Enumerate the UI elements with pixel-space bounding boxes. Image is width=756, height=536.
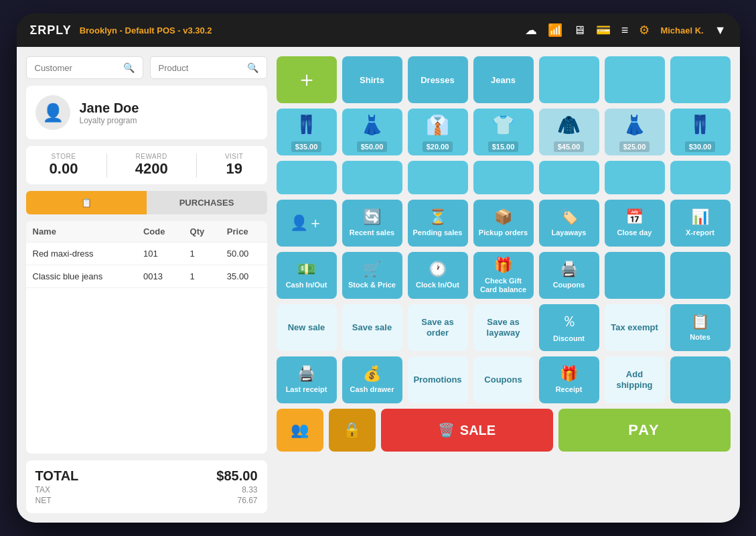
- category-empty-1[interactable]: [539, 56, 599, 103]
- discount-button[interactable]: ％ Discount: [539, 304, 599, 351]
- x-report-button[interactable]: 📊 X-report: [670, 200, 731, 247]
- cash-inout-button[interactable]: 💵 Cash In/Out: [277, 252, 337, 299]
- notes-button[interactable]: 📋 Notes: [670, 304, 731, 351]
- empty-slot-1[interactable]: [277, 161, 337, 194]
- product-dress-white[interactable]: 👗 $25.00: [605, 109, 665, 155]
- x-report-icon: 📊: [691, 208, 709, 226]
- add-shipping-button[interactable]: Add shipping: [605, 356, 665, 403]
- add-customer-icon: 👤＋: [290, 213, 323, 233]
- action-row4-empty[interactable]: [670, 356, 731, 403]
- new-sale-button[interactable]: New sale: [277, 304, 337, 351]
- action-empty-1[interactable]: [605, 252, 665, 299]
- add-customer-button[interactable]: 👤＋: [277, 200, 337, 247]
- recent-sales-button[interactable]: 🔄 Recent sales: [342, 200, 402, 247]
- save-sale-button[interactable]: Save sale: [342, 304, 402, 351]
- col-name: Name: [26, 221, 137, 243]
- category-empty-2[interactable]: [605, 56, 665, 103]
- tax-exempt-button[interactable]: Tax exempt: [605, 304, 665, 351]
- monitor-icon[interactable]: 🖥: [573, 23, 585, 38]
- customer-search-input[interactable]: [35, 63, 119, 73]
- product-img-tshirt-yellow: 👕: [489, 111, 518, 138]
- close-day-button[interactable]: 📅 Close day: [605, 200, 665, 247]
- table-row[interactable]: Classic blue jeans 0013 1 35.00: [26, 265, 267, 288]
- pickup-orders-icon: 📦: [494, 208, 512, 226]
- cash-drawer-button[interactable]: 💰 Cash drawer: [342, 356, 402, 403]
- product-search-box[interactable]: 🔍: [150, 56, 267, 79]
- sale-button[interactable]: 🗑️ SALE: [381, 409, 553, 452]
- visit-label: VISIT: [225, 153, 244, 160]
- settings-icon[interactable]: ⚙: [639, 23, 650, 38]
- product-price-jeans: $35.00: [291, 141, 322, 152]
- cloud-icon[interactable]: ☁: [525, 23, 537, 38]
- empty-slot-2[interactable]: [342, 161, 402, 194]
- card-icon[interactable]: 💳: [596, 23, 611, 38]
- row-price: 50.00: [220, 243, 267, 265]
- receipt-label: Receipt: [556, 385, 583, 394]
- product-img-dress-red: 👗: [358, 111, 387, 138]
- lock-button[interactable]: 🔒: [329, 409, 376, 452]
- row-code: 0013: [137, 265, 183, 288]
- save-layaway-button[interactable]: Save as layaway: [473, 304, 534, 351]
- tax-label: TAX: [35, 485, 50, 494]
- product-pants-black[interactable]: 👖 $30.00: [670, 109, 731, 155]
- product-jacket[interactable]: 🧥 $45.00: [539, 109, 599, 155]
- save-order-button[interactable]: Save as order: [408, 304, 468, 351]
- last-receipt-label: Last receipt: [286, 385, 327, 394]
- stock-price-button[interactable]: 🛒 Stock & Price: [342, 252, 402, 299]
- x-report-label: X-report: [686, 228, 714, 237]
- customer-search-box[interactable]: 🔍: [26, 56, 143, 79]
- product-dress-red[interactable]: 👗 $50.00: [342, 109, 402, 155]
- save-sale-label: Save sale: [352, 322, 392, 333]
- product-jeans[interactable]: 👖 $35.00: [277, 109, 337, 155]
- loyalty-label: Loyalty program: [80, 116, 139, 125]
- add-product-button[interactable]: ＋: [277, 56, 337, 103]
- category-dresses[interactable]: Dresses: [408, 56, 468, 103]
- store-info: Brooklyn - Default POS - v3.30.2: [80, 25, 212, 36]
- gift-card-label: Check Gift Card balance: [477, 277, 530, 294]
- category-shirts[interactable]: Shirts: [342, 56, 402, 103]
- product-shirt-gray[interactable]: 👔 $20.00: [408, 109, 468, 155]
- product-tshirt-yellow[interactable]: 👕 $15.00: [473, 109, 534, 155]
- clock-inout-button[interactable]: 🕐 Clock In/Out: [408, 252, 468, 299]
- layaways-button[interactable]: 🏷️ Layaways: [539, 200, 599, 247]
- receipt-button[interactable]: 🎁 Receipt: [539, 356, 599, 403]
- gift-card-button[interactable]: 🎁 Check Gift Card balance: [473, 252, 534, 299]
- product-search-input[interactable]: [159, 63, 243, 73]
- promotions-button[interactable]: Promotions: [408, 356, 468, 403]
- category-jeans[interactable]: Jeans: [473, 56, 534, 103]
- customers-button[interactable]: 👥: [277, 409, 323, 452]
- product-search-icon: 🔍: [247, 62, 258, 73]
- row-price: 35.00: [220, 265, 267, 288]
- net-label: NET: [35, 496, 52, 505]
- promotions-label: Promotions: [413, 375, 461, 385]
- purchases-tab[interactable]: PURCHASES: [147, 191, 267, 214]
- coupons-button[interactable]: Coupons: [473, 356, 534, 403]
- visit-value: 19: [225, 160, 244, 178]
- user-dropdown-icon[interactable]: ▼: [714, 23, 727, 38]
- profile-tab-icon: 📋: [81, 198, 92, 208]
- empty-slot-3[interactable]: [408, 161, 468, 194]
- pickup-orders-button[interactable]: 📦 Pickup orders: [473, 200, 534, 247]
- cash-inout-label: Cash In/Out: [286, 281, 327, 289]
- cash-inout-icon: 💵: [297, 261, 315, 278]
- coupons-print-label: Coupons: [553, 281, 585, 289]
- discount-label: Discount: [553, 334, 585, 343]
- signal-icon[interactable]: 📶: [548, 23, 562, 38]
- category-empty-3[interactable]: [670, 56, 731, 103]
- table-row[interactable]: Red maxi-dress 101 1 50.00: [26, 243, 267, 265]
- menu-icon[interactable]: ≡: [621, 23, 629, 38]
- receipt-icon: 🎁: [560, 365, 578, 383]
- col-price: Price: [220, 221, 267, 243]
- empty-slot-7[interactable]: [670, 161, 731, 194]
- profile-tab[interactable]: 📋: [26, 191, 147, 214]
- empty-slot-4[interactable]: [473, 161, 534, 194]
- empty-slot-5[interactable]: [539, 161, 599, 194]
- actions-row-4: 🖨️ Last receipt 💰 Cash drawer Promotions…: [277, 356, 731, 403]
- pay-button[interactable]: PAY: [558, 409, 731, 452]
- pending-sales-button[interactable]: ⏳ Pending sales: [408, 200, 468, 247]
- coupons-print-button[interactable]: 🖨️ Coupons: [539, 252, 599, 299]
- empty-slot-6[interactable]: [605, 161, 665, 194]
- last-receipt-button[interactable]: 🖨️ Last receipt: [277, 356, 337, 403]
- action-empty-2[interactable]: [670, 252, 731, 299]
- top-bar: ΣRPLY Brooklyn - Default POS - v3.30.2 ☁…: [17, 13, 740, 47]
